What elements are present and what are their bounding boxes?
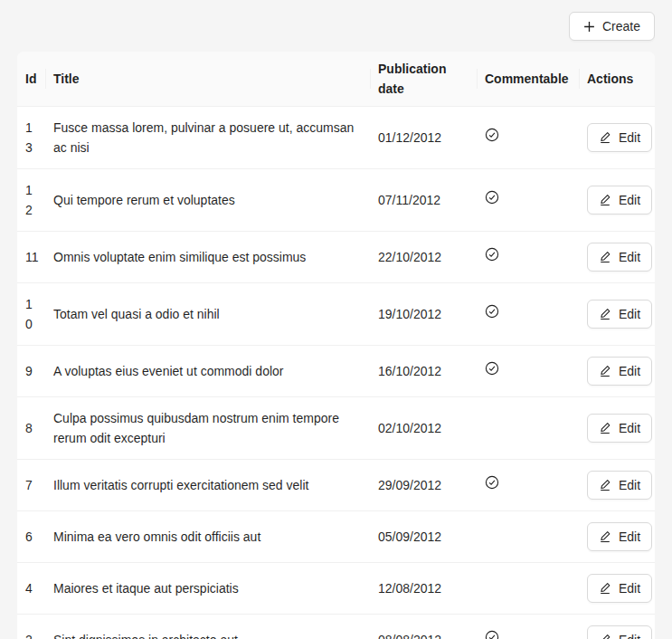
edit-button-label: Edit <box>619 578 640 598</box>
row-title-cell: Culpa possimus quibusdam nostrum enim te… <box>46 397 371 460</box>
row-actions-cell: Edit <box>580 460 655 511</box>
row-commentable-cell <box>478 563 580 615</box>
row-id-cell: 13 <box>17 107 46 169</box>
row-title-cell: Omnis voluptate enim similique est possi… <box>46 232 371 283</box>
row-title-cell: Minima ea vero omnis odit officiis aut <box>46 511 371 563</box>
check-circle-icon <box>485 630 499 639</box>
row-publication-date-cell: 07/11/2012 <box>371 169 478 232</box>
pencil-icon <box>599 131 611 144</box>
table-row: 7 Illum veritatis corrupti exercitatione… <box>17 460 655 511</box>
edit-button-label: Edit <box>619 128 640 148</box>
row-commentable-cell <box>478 107 580 169</box>
row-actions-cell: Edit <box>580 563 655 615</box>
pencil-icon <box>599 530 611 543</box>
row-publication-date-cell: 08/08/2012 <box>371 615 478 639</box>
pencil-icon <box>599 308 611 320</box>
row-publication-date-cell: 02/10/2012 <box>371 397 478 460</box>
edit-button-label: Edit <box>619 418 640 438</box>
row-id-cell: 2 <box>17 615 46 639</box>
edit-button[interactable]: Edit <box>587 625 652 639</box>
row-commentable-cell <box>478 460 580 511</box>
table-row: 11 Omnis voluptate enim similique est po… <box>17 232 655 283</box>
check-circle-icon <box>485 247 499 262</box>
pencil-icon <box>599 194 611 206</box>
plus-icon <box>583 21 595 33</box>
row-publication-date-cell: 19/10/2012 <box>371 283 478 346</box>
edit-button[interactable]: Edit <box>587 357 652 386</box>
column-header-publication-date: Publication date <box>371 52 478 107</box>
edit-button-label: Edit <box>619 361 640 381</box>
table-row: 2 Sint dignissimos in architecto aut 08/… <box>17 615 655 639</box>
pencil-icon <box>599 251 611 263</box>
row-commentable-cell <box>478 169 580 232</box>
row-id-cell: 7 <box>17 460 46 511</box>
edit-button[interactable]: Edit <box>587 186 652 215</box>
check-circle-icon <box>485 475 499 490</box>
edit-button[interactable]: Edit <box>587 414 652 443</box>
edit-button-label: Edit <box>619 630 640 639</box>
row-publication-date-cell: 16/10/2012 <box>371 346 478 397</box>
row-title-cell: Illum veritatis corrupti exercitationem … <box>46 460 371 511</box>
edit-button[interactable]: Edit <box>587 123 652 152</box>
edit-button[interactable]: Edit <box>587 471 652 500</box>
table-row: 4 Maiores et itaque aut perspiciatis 12/… <box>17 563 655 615</box>
pencil-icon <box>599 479 611 491</box>
create-button-label: Create <box>602 16 640 36</box>
row-actions-cell: Edit <box>580 511 655 563</box>
edit-button[interactable]: Edit <box>587 300 652 329</box>
row-title-cell: Fusce massa lorem, pulvinar a posuere ut… <box>46 107 371 169</box>
edit-button-label: Edit <box>619 247 640 267</box>
row-title-cell: Sint dignissimos in architecto aut <box>46 615 371 639</box>
page: Create Id Title Publication date Comment… <box>0 0 672 639</box>
row-publication-date-cell: 05/09/2012 <box>371 511 478 563</box>
row-id-cell: 8 <box>17 397 46 460</box>
row-title-cell: A voluptas eius eveniet ut commodi dolor <box>46 346 371 397</box>
row-commentable-cell <box>478 511 580 563</box>
row-commentable-cell <box>478 346 580 397</box>
row-id-cell: 12 <box>17 169 46 232</box>
row-id-cell: 11 <box>17 232 46 283</box>
edit-button-label: Edit <box>619 475 640 495</box>
table-row: 6 Minima ea vero omnis odit officiis aut… <box>17 511 655 563</box>
table-header: Id Title Publication date Commentable Ac… <box>17 52 655 107</box>
row-id-cell: 4 <box>17 563 46 615</box>
row-publication-date-cell: 01/12/2012 <box>371 107 478 169</box>
edit-button-label: Edit <box>619 527 640 547</box>
row-id-cell: 6 <box>17 511 46 563</box>
toolbar: Create <box>17 12 655 41</box>
create-button[interactable]: Create <box>569 12 655 41</box>
table-row: 13 Fusce massa lorem, pulvinar a posuere… <box>17 107 655 169</box>
row-actions-cell: Edit <box>580 346 655 397</box>
check-circle-icon <box>485 304 499 319</box>
edit-button[interactable]: Edit <box>587 522 652 551</box>
edit-button-label: Edit <box>619 190 640 210</box>
check-circle-icon <box>485 128 499 142</box>
column-header-actions: Actions <box>580 52 655 107</box>
row-title-cell: Maiores et itaque aut perspiciatis <box>46 563 371 615</box>
edit-button-label: Edit <box>619 304 640 324</box>
column-header-title: Title <box>46 52 371 107</box>
row-publication-date-cell: 22/10/2012 <box>371 232 478 283</box>
row-title-cell: Totam vel quasi a odio et nihil <box>46 283 371 346</box>
row-actions-cell: Edit <box>580 232 655 283</box>
edit-button[interactable]: Edit <box>587 574 652 603</box>
row-actions-cell: Edit <box>580 107 655 169</box>
row-commentable-cell <box>478 397 580 460</box>
pencil-icon <box>599 365 611 377</box>
table-row: 8 Culpa possimus quibusdam nostrum enim … <box>17 397 655 460</box>
table-body: 13 Fusce massa lorem, pulvinar a posuere… <box>17 107 655 639</box>
table-row: 10 Totam vel quasi a odio et nihil 19/10… <box>17 283 655 346</box>
row-id-cell: 9 <box>17 346 46 397</box>
pencil-icon <box>599 582 611 595</box>
check-circle-icon <box>485 190 499 205</box>
row-actions-cell: Edit <box>580 615 655 639</box>
row-id-cell: 10 <box>17 283 46 346</box>
row-actions-cell: Edit <box>580 169 655 232</box>
pencil-icon <box>599 422 611 434</box>
row-commentable-cell <box>478 615 580 639</box>
posts-table-card: Id Title Publication date Commentable Ac… <box>17 52 655 639</box>
edit-button[interactable]: Edit <box>587 243 652 272</box>
row-actions-cell: Edit <box>580 397 655 460</box>
table-row: 12 Qui tempore rerum et voluptates 07/11… <box>17 169 655 232</box>
row-commentable-cell <box>478 283 580 346</box>
